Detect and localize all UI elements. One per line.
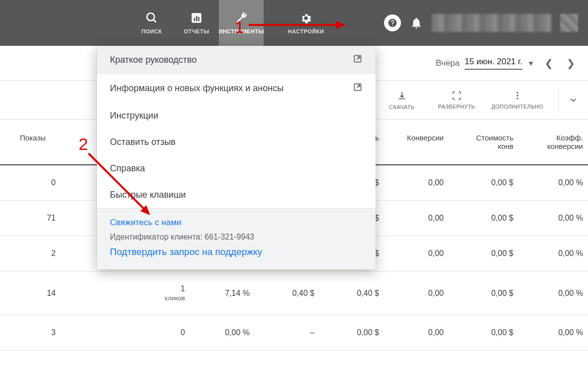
table-cell: 0,00 (388, 236, 453, 271)
gear-icon (299, 11, 312, 24)
table-cell: 71 (0, 201, 65, 236)
table-cell: 14 (0, 271, 65, 315)
table-cell: 3 (0, 315, 65, 351)
nav-settings[interactable]: НАСТРОЙКИ (284, 0, 328, 46)
table-cell: 0,00 (388, 165, 453, 201)
help-item-label: Оставить отзыв (110, 137, 176, 147)
help-item-label: Краткое руководство (110, 55, 196, 65)
table-cell: 0,00 % (522, 315, 588, 351)
table-cell: 0,00 % (522, 165, 588, 201)
help-item-help[interactable]: Справка (97, 155, 376, 182)
search-icon (145, 11, 158, 24)
svg-point-7 (516, 95, 518, 96)
svg-point-8 (516, 98, 518, 99)
help-item-shortcuts[interactable]: Быстрые клавиши (97, 182, 376, 208)
svg-rect-5 (198, 17, 199, 21)
wrench-icon (235, 11, 248, 24)
table-cell: 1кликов (65, 271, 194, 315)
table-cell: 7,14 % (194, 271, 259, 315)
topbar-right (384, 0, 578, 46)
table-cell: 0,40 $ (323, 271, 388, 315)
topbar: ПОИСК ОТЧЕТЫ ИНСТРУМЕНТЫ НАСТРОЙКИ (0, 0, 588, 46)
help-item-feedback[interactable]: Оставить отзыв (97, 129, 376, 155)
help-popover: Краткое руководство Информация о новых ф… (97, 46, 376, 269)
expand-icon (452, 91, 462, 101)
svg-point-6 (516, 92, 518, 93)
download-button[interactable]: СКАЧАТЬ (382, 90, 422, 110)
th-cost-conv[interactable]: Стоимость конв (453, 120, 522, 165)
more-vert-icon (512, 91, 522, 101)
help-client-id: Идентификатор клиента: 661-321-9943 (110, 233, 363, 242)
date-prev-button[interactable]: ❮ (541, 57, 556, 69)
help-item-label: Инструкции (110, 111, 158, 121)
download-icon (396, 90, 407, 101)
more-button[interactable]: ДОПОЛНИТЕЛЬНО (491, 91, 543, 110)
more-label: ДОПОЛНИТЕЛЬНО (491, 104, 543, 110)
th-conversions[interactable]: Конверсии (388, 120, 453, 165)
date-next-button[interactable]: ❯ (563, 57, 578, 69)
table-cell: 0,00 (388, 201, 453, 236)
table-cell: 0,00 $ (323, 315, 388, 351)
date-range-selector[interactable]: Вчера 15 июн. 2021 г. ▼ (436, 57, 534, 70)
cell-sublabel: кликов (74, 294, 185, 302)
table-cell: 0,00 % (522, 201, 588, 236)
nav-search-label: ПОИСК (141, 28, 162, 34)
table-cell: 0,00 $ (453, 271, 522, 315)
nav-tools[interactable]: ИНСТРУМЕНТЫ (219, 0, 264, 46)
table-row[interactable]: 141кликов7,14 %0,40 $0,40 $0,000,00 $0,0… (0, 271, 588, 315)
expand-label: РАЗВЕРНУТЬ (438, 104, 475, 110)
account-text-blurred (432, 14, 551, 32)
help-button[interactable] (384, 14, 401, 31)
table-row[interactable]: 300,00 %–0,00 $0,000,00 $0,00 % (0, 315, 588, 351)
table-cell: 0,00 (388, 315, 453, 351)
table-cell: 0,00 (388, 271, 453, 315)
svg-rect-3 (194, 18, 196, 21)
table-cell: 0,00 $ (453, 165, 522, 201)
help-item-label: Быстрые клавиши (110, 190, 186, 200)
table-cell: 0,00 % (522, 271, 588, 315)
nav-tools-label: ИНСТРУМЕНТЫ (218, 28, 264, 34)
nav-settings-label: НАСТРОЙКИ (288, 28, 324, 34)
help-confirm-request-link[interactable]: Подтвердить запрос на поддержку (110, 247, 363, 257)
panel-collapse-button[interactable] (558, 88, 578, 113)
table-cell: 0,00 $ (453, 236, 522, 271)
help-contact-link[interactable]: Свяжитесь с нами (110, 218, 363, 228)
help-item-label: Информация о новых функциях и анонсы (110, 83, 284, 94)
date-label: Вчера (436, 58, 460, 68)
svg-rect-4 (196, 16, 197, 21)
table-cell: 0 (65, 315, 194, 351)
bell-icon[interactable] (410, 16, 423, 29)
table-cell: – (259, 315, 323, 351)
table-cell: 0,00 % (194, 315, 259, 351)
nav-reports-label: ОТЧЕТЫ (184, 28, 209, 34)
nav-reports[interactable]: ОТЧЕТЫ (174, 0, 219, 46)
th-impressions[interactable]: Показы (0, 120, 65, 165)
external-link-icon (353, 54, 363, 66)
table-cell: 0,00 % (522, 236, 588, 271)
table-cell: 2 (0, 236, 65, 271)
help-item-quick-guide[interactable]: Краткое руководство (97, 46, 376, 74)
help-icon (388, 18, 397, 28)
table-cell: 0,00 $ (453, 201, 522, 236)
chevron-down-icon (569, 95, 578, 106)
table-cell: 0,00 $ (453, 315, 522, 351)
svg-point-0 (147, 13, 154, 20)
external-link-icon (353, 82, 363, 95)
th-conv-rate[interactable]: Коэфф. конверсии (522, 120, 588, 165)
avatar-blurred[interactable] (560, 14, 578, 32)
help-item-label: Справка (110, 163, 145, 174)
date-value: 15 июн. 2021 г. (465, 57, 522, 70)
expand-button[interactable]: РАЗВЕРНУТЬ (437, 91, 477, 110)
download-label: СКАЧАТЬ (389, 104, 414, 110)
nav-search[interactable]: ПОИСК (129, 0, 174, 46)
table-cell: 0,40 $ (259, 271, 323, 315)
help-footer: Свяжитесь с нами Идентификатор клиента: … (97, 208, 376, 269)
svg-line-1 (153, 19, 156, 22)
help-item-whats-new[interactable]: Информация о новых функциях и анонсы (97, 74, 376, 103)
help-item-instructions[interactable]: Инструкции (97, 103, 376, 129)
bar-chart-icon (190, 11, 203, 24)
chevron-down-icon: ▼ (527, 59, 534, 67)
table-cell: 0 (0, 165, 65, 201)
